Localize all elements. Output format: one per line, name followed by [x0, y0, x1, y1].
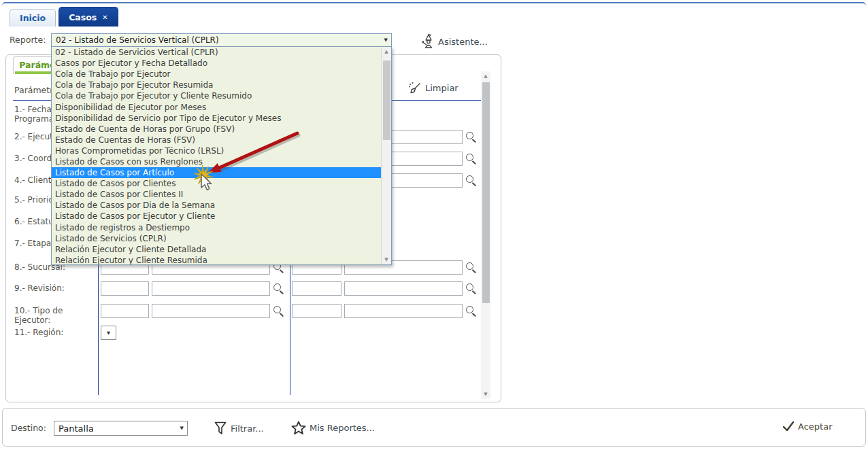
search-icon[interactable] — [465, 153, 477, 165]
form-row: 11.- Región: ▼ — [6, 326, 486, 342]
code-input-left[interactable] — [101, 304, 149, 318]
row-label: 10.- Tipo de Ejecutor: — [14, 306, 96, 325]
dropdown-option[interactable]: Relación Ejecutor y Cliente Detallada — [52, 244, 381, 255]
dropdown-option[interactable]: Listado de Casos por Clientes II — [52, 189, 381, 200]
dropdown-options: 02 - Listado de Servicios Vertical (CPLR… — [52, 47, 381, 264]
dropdown-option[interactable]: Estado de Cuenta de Horas por Grupo (FSV… — [52, 124, 381, 135]
dropdown-option[interactable]: Cola de Trabajo por Ejecutor y Cliente R… — [52, 90, 381, 101]
tab-casos-label: Casos — [69, 12, 97, 22]
dropdown-option[interactable]: Casos por Ejecutor y Fecha Detallado — [52, 58, 381, 69]
search-icon[interactable] — [273, 283, 284, 294]
search-icon[interactable] — [465, 175, 477, 186]
funnel-icon — [214, 421, 227, 436]
footer-bar: Destino: Pantalla ▼ Filtrar... Mis Repor… — [2, 408, 866, 447]
clear-label: Limpiar — [425, 83, 458, 93]
destination-select-value: Pantalla — [59, 423, 94, 434]
tab-casos[interactable]: Casos ✕ — [59, 7, 118, 27]
star-icon — [291, 421, 306, 435]
broom-icon — [407, 81, 422, 95]
my-reports-button[interactable]: Mis Reportes... — [291, 421, 375, 435]
check-icon — [782, 421, 795, 432]
row-label: 9.- Revisión: — [14, 283, 96, 293]
report-label: Reporte: — [10, 35, 46, 45]
row-label: 11.- Región: — [14, 328, 96, 337]
dropdown-option[interactable]: Cola de Trabajo por Ejecutor — [52, 69, 381, 80]
search-icon[interactable] — [465, 305, 477, 317]
dropdown-option[interactable]: Horas Comprometidas por Técnico (LRSL) — [52, 145, 381, 156]
assistant-button[interactable]: Asistente... — [422, 34, 488, 49]
report-dropdown-list: 02 - Listado de Servicios Vertical (CPLR… — [51, 46, 392, 265]
tab-inicio-label: Inicio — [20, 13, 46, 23]
dropdown-option[interactable]: Listado de Casos por Artículo — [52, 167, 381, 178]
code-input-right[interactable] — [292, 281, 341, 296]
scroll-up-icon[interactable]: ▲ — [382, 47, 391, 56]
app-window: Inicio Casos ✕ Reporte: 02 - Listado de … — [0, 0, 868, 450]
desc-input-right[interactable] — [344, 281, 463, 296]
accept-label: Aceptar — [798, 421, 832, 432]
desc-input-left[interactable] — [152, 304, 270, 318]
dropdown-option[interactable]: Listado de registros a Destiempo — [52, 222, 381, 233]
dropdown-option[interactable]: Disponibilidad de Ejecutor por Meses — [52, 101, 381, 112]
clear-button[interactable]: Limpiar — [407, 81, 458, 95]
region-select[interactable]: ▼ — [101, 326, 116, 340]
wizard-icon — [422, 34, 435, 49]
scrollbar-thumb[interactable] — [383, 60, 390, 140]
dropdown-option[interactable]: Listado de Servicios (CPLR) — [52, 233, 381, 244]
report-select-value: 02 - Listado de Servicios Vertical (CPLR… — [56, 35, 219, 45]
dropdown-option[interactable]: Cola de Trabajo por Ejecutor Resumida — [52, 80, 381, 90]
form-row: 9.- Revisión: ▼ — [6, 281, 486, 298]
dropdown-scrollbar[interactable]: ▲ ▼ — [381, 47, 391, 264]
dropdown-option[interactable]: Listado de Casos por Dia de la Semana — [52, 200, 381, 211]
search-icon[interactable] — [465, 131, 477, 143]
chevron-down-icon: ▼ — [180, 426, 184, 431]
filter-button[interactable]: Filtrar... — [214, 421, 264, 436]
code-input-left[interactable] — [101, 281, 149, 296]
tab-inicio[interactable]: Inicio — [10, 9, 56, 27]
assistant-label: Asistente... — [438, 37, 488, 47]
desc-input-left[interactable] — [152, 281, 270, 296]
my-reports-label: Mis Reportes... — [310, 423, 375, 433]
scroll-up-icon[interactable]: ▲ — [481, 71, 490, 81]
dropdown-option[interactable]: Listado de Casos por Clientes — [52, 178, 381, 189]
close-icon[interactable]: ✕ — [102, 14, 107, 21]
form-row: 10.- Tipo de Ejecutor: ▼ — [6, 304, 486, 320]
filter-label: Filtrar... — [231, 423, 264, 434]
dropdown-option[interactable]: Disponibilidad de Servicio por Tipo de E… — [52, 113, 381, 124]
accept-button[interactable]: Aceptar — [782, 421, 832, 432]
dropdown-option[interactable]: Estado de Cuentas de Horas (FSV) — [52, 135, 381, 145]
dropdown-option[interactable]: 02 - Listado de Servicios Vertical (CPLR… — [52, 47, 381, 58]
chevron-down-icon: ▼ — [384, 37, 388, 43]
scroll-down-icon[interactable]: ▼ — [481, 390, 490, 399]
scroll-down-icon[interactable]: ▼ — [382, 255, 391, 264]
panel-scrollbar[interactable]: ▲ ▼ — [481, 71, 490, 399]
dropdown-option[interactable]: Relación Ejecutor y Cliente Resumida — [52, 255, 381, 264]
dropdown-option[interactable]: Listado de Casos por Ejecutor y Cliente — [52, 211, 381, 222]
tab-strip: Inicio Casos ✕ — [10, 7, 118, 27]
scrollbar-thumb[interactable] — [482, 82, 490, 303]
window-top-border — [2, 2, 866, 5]
desc-input-right[interactable] — [344, 304, 463, 318]
destination-label: Destino: — [11, 423, 46, 433]
dropdown-option[interactable]: Listado de Casos con sus Renglones — [52, 156, 381, 167]
report-select[interactable]: 02 - Listado de Servicios Vertical (CPLR… — [51, 33, 392, 47]
chevron-down-icon: ▼ — [107, 330, 110, 336]
destination-select[interactable]: Pantalla ▼ — [54, 421, 188, 436]
search-icon[interactable] — [465, 262, 477, 273]
code-input-right[interactable] — [292, 304, 341, 318]
search-icon[interactable] — [273, 305, 284, 317]
search-icon[interactable] — [465, 283, 477, 294]
